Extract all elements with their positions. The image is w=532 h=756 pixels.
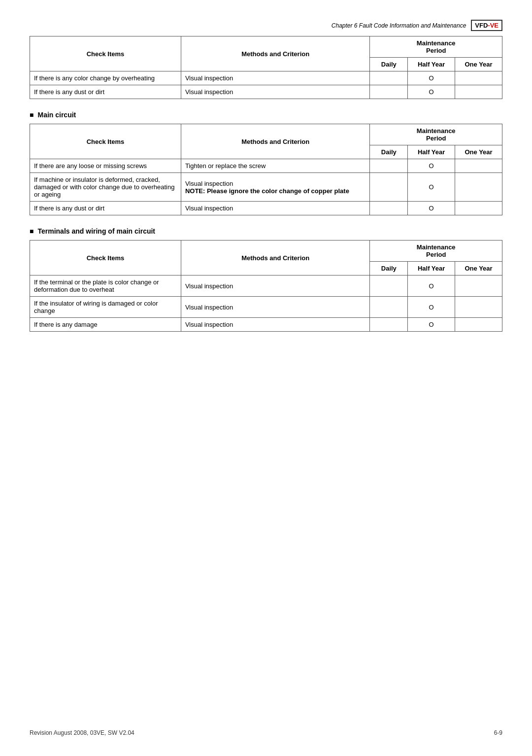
half-year-cell: O [408, 159, 455, 173]
table-2: Check Items Methods and Criterion Mainte… [30, 124, 502, 215]
check-item: If there is any color change by overheat… [30, 71, 181, 85]
one-year-cell [455, 202, 502, 215]
one-year-cell [455, 71, 502, 85]
section-main-circuit: Main circuit [30, 111, 502, 119]
one-year-cell [455, 159, 502, 173]
half-year-cell: O [408, 297, 455, 318]
daily-cell [370, 71, 408, 85]
check-item: If machine or insulator is deformed, cra… [30, 173, 181, 202]
method-cell: Visual inspection NOTE: Please ignore th… [181, 173, 370, 202]
daily-cell [370, 159, 408, 173]
col-check-items-1: Check Items [30, 36, 181, 71]
method-note: NOTE: Please ignore the color change of … [185, 187, 349, 195]
table-row: If the terminal or the plate is color ch… [30, 275, 502, 297]
one-year-cell [455, 275, 502, 297]
half-year-cell: O [408, 71, 455, 85]
daily-cell [370, 275, 408, 297]
one-year-cell [455, 85, 502, 99]
col-half-year-2: Half Year [408, 145, 455, 159]
half-year-cell: O [408, 202, 455, 215]
method-cell: Visual inspection [181, 297, 370, 318]
section-terminals-wiring: Terminals and wiring of main circuit [30, 227, 502, 235]
page-header: Chapter 6 Fault Code Information and Mai… [30, 20, 502, 31]
table-row: If there is any color change by overheat… [30, 71, 502, 85]
daily-cell [370, 318, 408, 332]
check-item: If there are any loose or missing screws [30, 159, 181, 173]
one-year-cell [455, 318, 502, 332]
col-check-items-2: Check Items [30, 124, 181, 159]
daily-cell [370, 202, 408, 215]
col-daily-3: Daily [370, 262, 408, 275]
daily-cell [370, 297, 408, 318]
table-row: If there are any loose or missing screws… [30, 159, 502, 173]
table-3: Check Items Methods and Criterion Mainte… [30, 240, 502, 332]
table-row: If there is any damage Visual inspection… [30, 318, 502, 332]
method-cell: Visual inspection [181, 85, 370, 99]
col-daily-1: Daily [370, 58, 408, 71]
table-row: If there is any dust or dirt Visual insp… [30, 202, 502, 215]
method-cell: Visual inspection [181, 71, 370, 85]
check-item: If there is any damage [30, 318, 181, 332]
check-item: If there is any dust or dirt [30, 202, 181, 215]
method-cell: Tighten or replace the screw [181, 159, 370, 173]
table-row: If there is any dust or dirt Visual insp… [30, 85, 502, 99]
table-row: If machine or insulator is deformed, cra… [30, 173, 502, 202]
half-year-cell: O [408, 275, 455, 297]
page-footer: Revision August 2008, 03VE, SW V2.04 6-9 [30, 729, 502, 736]
col-daily-2: Daily [370, 145, 408, 159]
col-methods-3: Methods and Criterion [181, 241, 370, 275]
section-label: Main circuit [37, 111, 76, 119]
col-half-year-3: Half Year [408, 262, 455, 275]
logo: VFD-VE [471, 20, 502, 31]
col-one-year-3: One Year [455, 262, 502, 275]
col-half-year-1: Half Year [408, 58, 455, 71]
page-number: 6-9 [494, 729, 502, 736]
revision-text: Revision August 2008, 03VE, SW V2.04 [30, 729, 134, 736]
daily-cell [370, 85, 408, 99]
method-cell: Visual inspection [181, 275, 370, 297]
check-item: If there is any dust or dirt [30, 85, 181, 99]
col-one-year-1: One Year [455, 58, 502, 71]
table-1: Check Items Methods and Criterion Mainte… [30, 36, 502, 99]
one-year-cell [455, 297, 502, 318]
half-year-cell: O [408, 173, 455, 202]
method-cell: Visual inspection [181, 318, 370, 332]
check-item: If the terminal or the plate is color ch… [30, 275, 181, 297]
daily-cell [370, 173, 408, 202]
half-year-cell: O [408, 318, 455, 332]
col-methods-2: Methods and Criterion [181, 124, 370, 159]
one-year-cell [455, 173, 502, 202]
maintenance-period-header-3: MaintenancePeriod [370, 241, 502, 262]
table-row: If the insulator of wiring is damaged or… [30, 297, 502, 318]
half-year-cell: O [408, 85, 455, 99]
method-cell: Visual inspection [181, 202, 370, 215]
col-methods-1: Methods and Criterion [181, 36, 370, 71]
col-one-year-2: One Year [455, 145, 502, 159]
section-label: Terminals and wiring of main circuit [37, 227, 155, 235]
maintenance-period-header-1: MaintenancePeriod [370, 36, 502, 58]
maintenance-period-header-2: MaintenancePeriod [370, 124, 502, 145]
chapter-title: Chapter 6 Fault Code Information and Mai… [332, 22, 466, 29]
col-check-items-3: Check Items [30, 241, 181, 275]
check-item: If the insulator of wiring is damaged or… [30, 297, 181, 318]
